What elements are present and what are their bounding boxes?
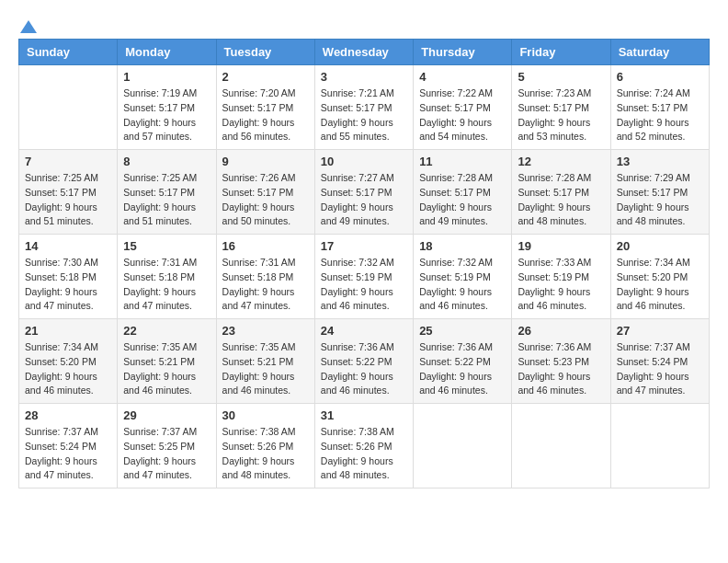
day-number: 31 (321, 408, 407, 422)
calendar-table: SundayMondayTuesdayWednesdayThursdayFrid… (18, 39, 710, 488)
calendar-cell: 20Sunrise: 7:34 AMSunset: 5:20 PMDayligh… (610, 235, 709, 319)
day-info: Sunrise: 7:26 AMSunset: 5:17 PMDaylight:… (222, 171, 309, 229)
day-number: 27 (617, 324, 703, 338)
calendar-cell: 9Sunrise: 7:26 AMSunset: 5:17 PMDaylight… (216, 150, 314, 235)
day-number: 5 (518, 70, 604, 84)
calendar-cell (414, 404, 512, 488)
day-number: 14 (25, 239, 111, 253)
day-info: Sunrise: 7:34 AMSunset: 5:20 PMDaylight:… (617, 256, 703, 314)
day-number: 7 (25, 155, 111, 168)
day-number: 26 (518, 324, 604, 338)
weekday-header-saturday: Saturday (610, 40, 709, 65)
day-info: Sunrise: 7:31 AMSunset: 5:18 PMDaylight:… (123, 256, 210, 314)
calendar-header-row: SundayMondayTuesdayWednesdayThursdayFrid… (19, 40, 710, 65)
day-info: Sunrise: 7:20 AMSunset: 5:17 PMDaylight:… (222, 86, 309, 144)
calendar-cell: 21Sunrise: 7:34 AMSunset: 5:20 PMDayligh… (19, 319, 118, 404)
day-info: Sunrise: 7:33 AMSunset: 5:19 PMDaylight:… (518, 256, 604, 314)
calendar-cell: 8Sunrise: 7:25 AMSunset: 5:17 PMDaylight… (118, 150, 216, 235)
calendar-week-3: 14Sunrise: 7:30 AMSunset: 5:18 PMDayligh… (19, 235, 710, 319)
day-info: Sunrise: 7:25 AMSunset: 5:17 PMDaylight:… (123, 171, 210, 229)
day-number: 16 (222, 239, 309, 253)
day-number: 28 (25, 408, 111, 422)
calendar-cell: 12Sunrise: 7:28 AMSunset: 5:17 PMDayligh… (512, 150, 610, 235)
calendar-cell: 29Sunrise: 7:37 AMSunset: 5:25 PMDayligh… (118, 404, 216, 488)
day-number: 18 (419, 239, 506, 253)
calendar-cell: 14Sunrise: 7:30 AMSunset: 5:18 PMDayligh… (19, 235, 118, 319)
calendar-cell: 22Sunrise: 7:35 AMSunset: 5:21 PMDayligh… (118, 319, 216, 404)
day-info: Sunrise: 7:38 AMSunset: 5:26 PMDaylight:… (321, 425, 407, 483)
calendar-cell: 18Sunrise: 7:32 AMSunset: 5:19 PMDayligh… (414, 235, 512, 319)
calendar-week-4: 21Sunrise: 7:34 AMSunset: 5:20 PMDayligh… (19, 319, 710, 404)
calendar-cell: 10Sunrise: 7:27 AMSunset: 5:17 PMDayligh… (314, 150, 413, 235)
calendar-cell: 13Sunrise: 7:29 AMSunset: 5:17 PMDayligh… (610, 150, 709, 235)
day-info: Sunrise: 7:36 AMSunset: 5:22 PMDaylight:… (321, 340, 407, 398)
calendar-cell: 5Sunrise: 7:23 AMSunset: 5:17 PMDaylight… (512, 65, 610, 150)
svg-marker-0 (20, 20, 37, 33)
logo (18, 18, 37, 29)
day-number: 9 (222, 155, 309, 168)
calendar-week-5: 28Sunrise: 7:37 AMSunset: 5:24 PMDayligh… (19, 404, 710, 488)
day-info: Sunrise: 7:37 AMSunset: 5:24 PMDaylight:… (617, 340, 703, 398)
day-number: 6 (617, 70, 703, 84)
day-number: 22 (123, 324, 210, 338)
calendar-cell: 15Sunrise: 7:31 AMSunset: 5:18 PMDayligh… (118, 235, 216, 319)
calendar-cell: 28Sunrise: 7:37 AMSunset: 5:24 PMDayligh… (19, 404, 118, 488)
calendar-cell: 11Sunrise: 7:28 AMSunset: 5:17 PMDayligh… (414, 150, 512, 235)
day-number: 25 (419, 324, 506, 338)
weekday-header-sunday: Sunday (19, 40, 118, 65)
calendar-cell (512, 404, 610, 488)
weekday-header-friday: Friday (512, 40, 610, 65)
day-info: Sunrise: 7:25 AMSunset: 5:17 PMDaylight:… (25, 171, 111, 229)
day-info: Sunrise: 7:37 AMSunset: 5:25 PMDaylight:… (123, 425, 210, 483)
day-number: 15 (123, 239, 210, 253)
day-info: Sunrise: 7:28 AMSunset: 5:17 PMDaylight:… (419, 171, 506, 229)
day-number: 8 (123, 155, 210, 168)
calendar-cell: 31Sunrise: 7:38 AMSunset: 5:26 PMDayligh… (314, 404, 413, 488)
logo-icon (20, 18, 37, 35)
day-number: 23 (222, 324, 309, 338)
weekday-header-thursday: Thursday (414, 40, 512, 65)
day-number: 4 (419, 70, 506, 84)
day-info: Sunrise: 7:24 AMSunset: 5:17 PMDaylight:… (617, 86, 703, 144)
day-info: Sunrise: 7:32 AMSunset: 5:19 PMDaylight:… (321, 256, 407, 314)
day-number: 1 (123, 70, 210, 84)
calendar-cell: 7Sunrise: 7:25 AMSunset: 5:17 PMDaylight… (19, 150, 118, 235)
day-info: Sunrise: 7:30 AMSunset: 5:18 PMDaylight:… (25, 256, 111, 314)
day-info: Sunrise: 7:35 AMSunset: 5:21 PMDaylight:… (123, 340, 210, 398)
day-number: 30 (222, 408, 309, 422)
day-number: 13 (617, 155, 703, 168)
calendar-cell: 6Sunrise: 7:24 AMSunset: 5:17 PMDaylight… (610, 65, 709, 150)
day-info: Sunrise: 7:27 AMSunset: 5:17 PMDaylight:… (321, 171, 407, 229)
day-number: 3 (321, 70, 407, 84)
day-info: Sunrise: 7:28 AMSunset: 5:17 PMDaylight:… (518, 171, 604, 229)
day-info: Sunrise: 7:19 AMSunset: 5:17 PMDaylight:… (123, 86, 210, 144)
calendar-cell: 24Sunrise: 7:36 AMSunset: 5:22 PMDayligh… (314, 319, 413, 404)
calendar-cell: 23Sunrise: 7:35 AMSunset: 5:21 PMDayligh… (216, 319, 314, 404)
day-info: Sunrise: 7:38 AMSunset: 5:26 PMDaylight:… (222, 425, 309, 483)
day-number: 19 (518, 239, 604, 253)
page-header (18, 18, 710, 29)
calendar-cell: 25Sunrise: 7:36 AMSunset: 5:22 PMDayligh… (414, 319, 512, 404)
day-info: Sunrise: 7:23 AMSunset: 5:17 PMDaylight:… (518, 86, 604, 144)
weekday-header-monday: Monday (118, 40, 216, 65)
day-number: 21 (25, 324, 111, 338)
day-info: Sunrise: 7:22 AMSunset: 5:17 PMDaylight:… (419, 86, 506, 144)
calendar-cell: 17Sunrise: 7:32 AMSunset: 5:19 PMDayligh… (314, 235, 413, 319)
calendar-cell: 19Sunrise: 7:33 AMSunset: 5:19 PMDayligh… (512, 235, 610, 319)
day-info: Sunrise: 7:31 AMSunset: 5:18 PMDaylight:… (222, 256, 309, 314)
day-number: 10 (321, 155, 407, 168)
calendar-week-1: 1Sunrise: 7:19 AMSunset: 5:17 PMDaylight… (19, 65, 710, 150)
day-number: 20 (617, 239, 703, 253)
day-number: 17 (321, 239, 407, 253)
day-number: 24 (321, 324, 407, 338)
calendar-cell (19, 65, 118, 150)
day-info: Sunrise: 7:37 AMSunset: 5:24 PMDaylight:… (25, 425, 111, 483)
calendar-week-2: 7Sunrise: 7:25 AMSunset: 5:17 PMDaylight… (19, 150, 710, 235)
calendar-cell: 16Sunrise: 7:31 AMSunset: 5:18 PMDayligh… (216, 235, 314, 319)
calendar-cell: 3Sunrise: 7:21 AMSunset: 5:17 PMDaylight… (314, 65, 413, 150)
calendar-cell (610, 404, 709, 488)
day-info: Sunrise: 7:36 AMSunset: 5:23 PMDaylight:… (518, 340, 604, 398)
day-info: Sunrise: 7:21 AMSunset: 5:17 PMDaylight:… (321, 86, 407, 144)
day-number: 29 (123, 408, 210, 422)
calendar-cell: 26Sunrise: 7:36 AMSunset: 5:23 PMDayligh… (512, 319, 610, 404)
